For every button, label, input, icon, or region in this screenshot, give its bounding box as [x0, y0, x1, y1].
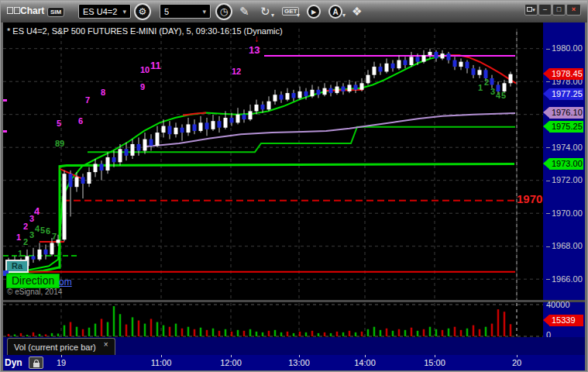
title-bar: Chart SIM ES U4=2 ▾ ⚙ 5 ▾ ◷ ✎ ↻ ▾ GET ▾ … — [1, 1, 588, 22]
time-axis-label: 12:00 — [220, 358, 242, 367]
volume-axis[interactable]: 40000015339 — [543, 302, 585, 337]
chevron-down-icon: ▾ — [122, 8, 126, 16]
maximize-icon: □ — [557, 5, 561, 13]
send-icon: ❖ — [352, 5, 362, 18]
price-axis-label: 1980.00 — [546, 43, 583, 53]
candles — [7, 49, 513, 274]
time-axis-bar[interactable]: Dyn 1911:0012:0013:0014:0015:0020 — [3, 355, 585, 370]
pencil-icon: ✎ — [239, 5, 249, 18]
get-icon: GET — [284, 8, 297, 15]
price-tag: 1973.00 — [549, 158, 583, 170]
minimize-icon: – — [543, 5, 547, 13]
price-axis-label: 1966.00 — [546, 274, 583, 284]
minimize-button[interactable]: – — [538, 4, 552, 16]
time-axis-label: 13:00 — [288, 358, 310, 367]
time-template-button[interactable]: ◷ — [215, 3, 232, 20]
time-tick — [61, 355, 62, 357]
chevron-down-icon: ▾ — [342, 12, 346, 19]
auto-icon: A — [332, 8, 338, 16]
symbol-value: ES U4=2 — [83, 7, 117, 16]
chart-header: * ES U4=2, S&P 500 FUTURES E-MINI (DAY),… — [7, 26, 283, 36]
reload-button[interactable]: ↻ — [260, 5, 270, 19]
auto-trade-button[interactable]: A — [328, 5, 342, 19]
symbol-settings-button[interactable]: ⚙ — [134, 3, 151, 20]
draw-tools-button[interactable]: ✎ — [239, 5, 249, 19]
direction-indicator-label: Direction — [6, 274, 60, 288]
symbol-combo[interactable]: ES U4=2 ▾ — [78, 4, 131, 19]
chevron-down-icon: ▾ — [202, 8, 206, 16]
refresh-icon: ↻ — [260, 5, 270, 18]
send-button[interactable]: ❖ — [352, 5, 362, 19]
price-axis-label: 1970.00 — [546, 208, 583, 218]
tab-volume[interactable]: Vol (current price bar) × — [7, 338, 115, 355]
interval-combo[interactable]: 5 ▾ — [160, 4, 211, 19]
maximize-button[interactable]: □ — [552, 4, 566, 16]
time-axis-label: 11:00 — [151, 358, 172, 367]
ra-watermark-box: Ra — [5, 260, 29, 273]
tab-label: Vol (current price bar) — [14, 343, 96, 352]
volume-max-label: 40000 — [546, 300, 570, 309]
candlestick-chart[interactable] — [3, 22, 543, 300]
partial-link[interactable]: om — [59, 277, 72, 288]
price-axis[interactable]: 1980.001978.001974.001972.001970.001968.… — [543, 22, 585, 300]
price-axis-label: 1968.00 — [546, 241, 583, 250]
clock-icon: ◷ — [220, 6, 228, 17]
popout-button[interactable]: ▾ — [524, 4, 538, 16]
close-button[interactable]: × — [566, 4, 581, 16]
price-tag: 1976.10 — [549, 107, 583, 119]
lock-icon — [33, 363, 40, 367]
chart-window: Chart SIM ES U4=2 ▾ ⚙ 5 ▾ ◷ ✎ ↻ ▾ GET ▾ … — [0, 0, 588, 372]
price-tag: 1978.45 — [549, 68, 583, 80]
dyn-mode-button[interactable]: Dyn — [5, 357, 22, 368]
sim-mode-badge: SIM — [47, 7, 64, 17]
time-axis-label: 20 — [512, 358, 521, 367]
close-icon: × — [572, 5, 576, 13]
indicator-tab-bar: Vol (current price bar) × — [3, 337, 585, 355]
time-tick — [231, 355, 232, 357]
red-ma-mid — [183, 113, 206, 115]
time-tick — [517, 355, 518, 357]
play-icon: ▶ — [311, 9, 316, 16]
play-button[interactable]: ▶ — [307, 5, 321, 19]
main-chart-pane[interactable] — [3, 22, 543, 300]
time-tick — [299, 355, 300, 357]
chevron-down-icon: ▾ — [297, 12, 300, 19]
green-ma — [24, 55, 449, 270]
volume-tag: 15339 — [549, 315, 583, 326]
chevron-down-icon: ▾ — [532, 7, 535, 12]
price-axis-label: 1974.00 — [546, 143, 583, 152]
copyright-label: © eSignal, 2014 — [7, 288, 62, 296]
window-title: Chart — [20, 5, 44, 16]
time-axis-label: 19 — [57, 358, 66, 367]
time-tick — [161, 355, 162, 357]
gear-icon: ⚙ — [139, 6, 147, 17]
volume-pane[interactable] — [3, 302, 543, 337]
close-icon[interactable]: × — [104, 340, 108, 349]
time-tick — [435, 355, 435, 357]
price-tag: 1977.25 — [549, 88, 583, 100]
time-axis-label: 15:00 — [424, 358, 445, 367]
price-level-label: 1970 — [517, 192, 542, 205]
volume-chart[interactable] — [3, 302, 543, 337]
price-axis-label: 1972.00 — [546, 175, 583, 184]
time-axis-label: 14:00 — [354, 358, 376, 367]
lock-button[interactable] — [29, 356, 43, 369]
time-tick — [365, 355, 366, 357]
red-ma-end — [449, 55, 516, 83]
price-tag: 1975.25 — [549, 121, 583, 133]
chevron-down-icon: ▾ — [271, 12, 274, 19]
interval-value: 5 — [164, 7, 169, 16]
